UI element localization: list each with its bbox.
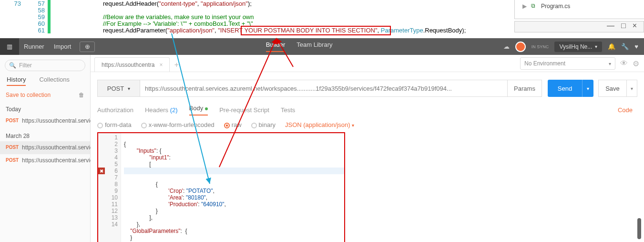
environment-dropdown[interactable]: No Environment▾ [520, 57, 615, 70]
tree-cs-icon: ⧉ [531, 2, 535, 9]
chevron-down-icon: ▾ [128, 86, 130, 91]
error-icon: ✖ [98, 168, 105, 174]
tab-tests[interactable]: Tests [281, 106, 295, 114]
postman-toolbar: ▥ Runner Import ⊕ Builder Team Library ☁… [0, 38, 644, 55]
history-item-today-0[interactable]: POST https://ussouthcentral.services.azu… [0, 115, 90, 128]
annotation-highlight-box [241, 26, 391, 35]
send-button[interactable]: Send [548, 80, 582, 97]
tab-label: https://ussouthcentra [102, 62, 154, 68]
sidebar-toggle-icon[interactable]: ▥ [0, 38, 19, 55]
body-editor[interactable]: ✖ 1234567891011121314 { "Inputs": { "inp… [97, 132, 345, 242]
sync-status: IN SYNC [532, 44, 549, 49]
radio-raw[interactable]: raw [224, 121, 242, 128]
radio-form-data[interactable]: form-data [97, 121, 132, 128]
history-item-m28-0[interactable]: POST https://ussouthcentral.services.azu… [0, 141, 90, 155]
request-pane: https://ussouthcentra × + No Environment… [91, 55, 644, 242]
minimize-icon[interactable]: — [607, 21, 614, 30]
filter-input[interactable]: 🔍 Filter [5, 60, 85, 71]
avatar[interactable] [515, 42, 526, 52]
body-type-row: form-data x-www-form-urlencoded raw bina… [91, 116, 644, 132]
chevron-down-icon: ▾ [595, 44, 597, 49]
tab-prerequest[interactable]: Pre-request Script [219, 106, 269, 114]
close-icon[interactable]: × [159, 62, 163, 68]
new-tab-button[interactable]: ⊕ [80, 42, 95, 52]
method-badge: POST [6, 144, 19, 152]
group-today: Today [0, 101, 90, 115]
chevron-down-icon: ▾ [609, 61, 611, 66]
trash-icon[interactable]: 🗑 [79, 92, 84, 98]
group-march28: March 28 [0, 128, 90, 141]
save-button[interactable]: Save [598, 80, 627, 97]
cloud-sync-icon[interactable]: ☁ [503, 43, 510, 50]
vs-line-60: //For Example --> 'Variable': \"" + comb… [103, 20, 253, 27]
window-controls: × □ — [514, 21, 644, 32]
filter-placeholder: Filter [19, 62, 32, 69]
radio-binary[interactable]: binary [251, 121, 276, 128]
radio-urlencoded[interactable]: x-www-form-urlencoded [141, 121, 215, 128]
search-icon: 🔍 [9, 62, 16, 69]
workspace-dropdown[interactable]: VysilHq Ne...▾ [554, 42, 602, 52]
vs-gutter: 73 57 58 59 60 61 [0, 0, 52, 38]
add-tab-button[interactable]: + [170, 58, 183, 72]
runner-button[interactable]: Runner [19, 43, 49, 50]
sidebar: 🔍 Filter History Collections Save to col… [0, 55, 91, 242]
wrench-icon[interactable]: 🔧 [621, 43, 629, 50]
scrollbar-thumb[interactable] [637, 218, 641, 239]
import-button[interactable]: Import [49, 43, 76, 50]
send-dropdown[interactable]: ▾ [582, 80, 593, 97]
tab-authorization[interactable]: Authorization [97, 106, 133, 114]
editor-code[interactable]: { "Inputs": { "input1": [ { 'Crop': "POT… [121, 133, 344, 242]
unsaved-dot-icon [205, 107, 208, 110]
request-subtabs: Authorization Headers (2) Body Pre-reque… [91, 97, 644, 116]
builder-tab[interactable]: Builder [266, 41, 285, 52]
maximize-icon[interactable]: □ [621, 21, 626, 30]
vs-ln2-0: 57 [33, 0, 45, 7]
heart-icon[interactable]: ♥ [634, 43, 638, 50]
vs-marker-4 [48, 27, 51, 33]
code-link[interactable]: Code [618, 106, 633, 114]
chevron-down-icon: ▾ [352, 123, 354, 128]
vs-ln2-3: 60 [33, 20, 45, 27]
postman-body: 🔍 Filter History Collections Save to col… [0, 55, 644, 242]
tree-arrow-icon[interactable]: ▶ [522, 3, 527, 10]
eye-icon[interactable]: 👁 [620, 59, 628, 68]
method-badge: POST [6, 117, 19, 125]
params-button[interactable]: Params [508, 80, 542, 97]
vs-marker-0 [48, 0, 51, 7]
vs-code-strip: 73 57 58 59 60 61 request.AddHeader("con… [0, 0, 644, 38]
vs-marker-3 [48, 20, 51, 27]
method-badge: POST [6, 157, 19, 165]
close-icon[interactable]: × [633, 21, 637, 30]
vs-ln2-4: 61 [33, 27, 45, 34]
history-tab[interactable]: History [7, 76, 26, 86]
tab-headers[interactable]: Headers (2) [145, 106, 178, 114]
collections-tab[interactable]: Collections [39, 76, 70, 86]
request-tabs: https://ussouthcentra × + No Environment… [91, 55, 644, 72]
chevron-down-icon: ▾ [587, 86, 589, 91]
request-tab-0[interactable]: https://ussouthcentra × [94, 57, 170, 72]
vs-marker-2 [48, 13, 51, 20]
vs-line-57: request.AddHeader("content-type", "appli… [103, 0, 252, 7]
request-row: POST▾ https://ussouthcentral.services.az… [97, 80, 637, 97]
save-to-collection-link[interactable]: Save to collection [6, 92, 51, 98]
bell-icon[interactable]: 🔔 [608, 43, 615, 50]
team-library-tab[interactable]: Team Library [296, 41, 332, 52]
vs-marker-1 [48, 7, 51, 13]
vs-line-59: //Below are the variables, make sure to … [103, 13, 254, 21]
method-dropdown[interactable]: POST▾ [97, 80, 140, 97]
solution-file[interactable]: Program.cs [541, 3, 570, 10]
chevron-down-icon: ▾ [631, 86, 633, 91]
content-type-dropdown[interactable]: JSON (application/json) ▾ [285, 121, 354, 128]
url-input[interactable]: https://ussouthcentral.services.azureml.… [140, 80, 508, 97]
tab-body[interactable]: Body [189, 105, 208, 116]
vs-ln1-0: 73 [10, 0, 21, 7]
save-dropdown[interactable]: ▾ [627, 80, 637, 97]
history-item-m28-1[interactable]: POST https://ussouthcentral.services.azu… [0, 154, 90, 168]
vs-ln2-1: 58 [33, 7, 45, 14]
vs-ln2-2: 59 [33, 13, 45, 21]
gear-icon[interactable]: ⚙ [633, 59, 639, 68]
editor-gutter: 1234567891011121314 [98, 133, 121, 242]
solution-explorer[interactable]: ▶ ⧉ Program.cs [514, 0, 644, 19]
